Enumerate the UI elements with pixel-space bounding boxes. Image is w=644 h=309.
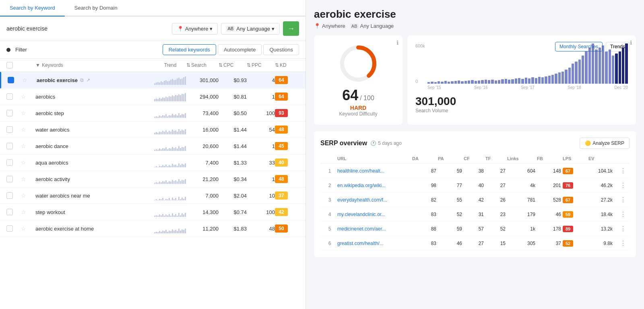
row-kd: 64 [275, 76, 299, 84]
col-keywords[interactable]: ▼ Keywords [35, 62, 154, 68]
row-keyword-name: aqua aerobics [35, 160, 154, 166]
table-row[interactable]: ☆ aqua aerobics 7,400 $1.33 33 40 [0, 154, 305, 171]
table-row[interactable]: ☆ aerobic exercise ⧉↗ 301,000 $0.93 4 64 [0, 72, 305, 89]
row-checkbox[interactable] [6, 110, 21, 116]
serp-row-links: 4k [507, 183, 535, 188]
row-star[interactable]: ☆ [21, 143, 35, 149]
chart-bar [595, 49, 597, 84]
table-row[interactable]: ☆ aerobic step 73,400 $0.50 100 93 [0, 105, 305, 122]
row-trend [154, 108, 186, 118]
serp-row[interactable]: 2 en.wikipedia.org/wiki... 98 77 40 27 4… [320, 178, 630, 193]
row-trend [154, 141, 186, 151]
serp-section: SERP overview 🕐 5 days ago 🟡 Analyze SER… [314, 131, 636, 257]
chart-bar [521, 79, 524, 84]
table-row[interactable]: ☆ water aerobics near me 7,000 $2.04 10 … [0, 187, 305, 204]
row-checkbox[interactable] [6, 126, 21, 133]
serp-row-menu[interactable]: ⋮ [614, 210, 626, 218]
col-kd[interactable]: ⇅ KD [275, 62, 299, 68]
table-row[interactable]: ☆ step workout 14,300 $0.74 100 42 [0, 204, 305, 220]
chart-bar [535, 78, 537, 84]
right-panel: aerobic exercise 📍 Anywhere AB Any Langu… [306, 0, 644, 309]
serp-row-cf: 31 [464, 212, 484, 217]
row-checkbox[interactable] [6, 209, 21, 215]
serp-row-lps: 76 [563, 182, 587, 189]
row-star[interactable]: ☆ [21, 209, 35, 215]
chart-bar [585, 52, 587, 84]
serp-row-url[interactable]: greatist.com/health/... [337, 241, 411, 246]
row-star[interactable]: ☆ [21, 126, 35, 133]
lang-icon-detail: AB [350, 23, 359, 29]
col-cpc[interactable]: ⇅ CPC [219, 62, 247, 68]
tab-related-keywords[interactable]: Related keywords [163, 44, 216, 55]
row-checkbox[interactable] [6, 225, 21, 232]
row-checkbox[interactable] [6, 143, 21, 149]
filter-button[interactable]: Filter [15, 47, 27, 53]
kd-card: ℹ 64 / 100 HARD Keyword Difficulty [314, 35, 402, 125]
row-keyword-name: aerobic exercise ⧉↗ [37, 77, 154, 83]
chart-bar [434, 82, 437, 84]
row-trend [154, 191, 186, 200]
kd-subtext: Keyword Difficulty [339, 111, 377, 117]
serp-row-menu[interactable]: ⋮ [614, 181, 626, 189]
chart-bar [427, 82, 430, 84]
serp-row-menu[interactable]: ⋮ [614, 225, 626, 233]
info-icon-kd[interactable]: ℹ [396, 39, 398, 46]
serp-row[interactable]: 6 greatist.com/health/... 83 46 27 15 30… [320, 236, 630, 251]
chevron-down-icon: ▾ [210, 26, 213, 32]
row-kd: 48 [275, 175, 299, 183]
row-search-vol: 11,200 [186, 226, 219, 232]
chart-bar [454, 81, 457, 84]
serp-row-url[interactable]: healthline.com/healt... [337, 168, 411, 174]
chart-bar [615, 54, 617, 84]
language-select[interactable]: AB Any Language ▾ [221, 23, 280, 35]
serp-row[interactable]: 4 my.clevelandclinic.or... 83 52 31 23 1… [320, 207, 630, 222]
tab-autocomplete[interactable]: Autocomplete [218, 44, 262, 55]
row-star[interactable]: ☆ [22, 77, 37, 83]
serp-row-menu[interactable]: ⋮ [614, 196, 626, 204]
serp-row-menu[interactable]: ⋮ [614, 239, 626, 247]
checkbox-all[interactable] [6, 62, 21, 68]
row-star[interactable]: ☆ [21, 110, 35, 116]
info-icon-volume[interactable]: ℹ [630, 39, 632, 46]
search-button[interactable]: → [283, 21, 299, 36]
row-checkbox[interactable] [6, 93, 21, 100]
tab-search-domain[interactable]: Search by Domain [65, 0, 127, 16]
row-checkbox[interactable] [8, 77, 22, 83]
row-keyword-name: aerobic exercise at home [35, 226, 154, 232]
serp-row[interactable]: 3 everydayhealth.com/f... 82 55 42 26 78… [320, 193, 630, 207]
tab-search-keyword[interactable]: Search by Keyword [0, 0, 65, 16]
row-star[interactable]: ☆ [21, 93, 35, 100]
table-row[interactable]: ☆ aerobic exercise at home 11,200 $1.83 … [0, 220, 305, 237]
row-star[interactable]: ☆ [21, 225, 35, 232]
row-star[interactable]: ☆ [21, 176, 35, 182]
serp-row[interactable]: 5 medicinenet.com/aer... 88 59 57 52 1k … [320, 222, 630, 236]
table-row[interactable]: ☆ aerobics 294,000 $0.81 1 64 [0, 89, 305, 105]
search-input[interactable] [6, 25, 169, 32]
table-row[interactable]: ☆ water aerobics 16,000 $1.44 54 48 [0, 122, 305, 138]
row-star[interactable]: ☆ [21, 192, 35, 199]
serp-row-url[interactable]: en.wikipedia.org/wiki... [337, 183, 411, 188]
chart-bar [541, 77, 544, 84]
row-kd: 50 [275, 225, 299, 233]
link-icon[interactable]: ↗ [86, 77, 90, 83]
serp-row-url[interactable]: medicinenet.com/aer... [337, 226, 411, 232]
serp-row-cf: 38 [464, 168, 484, 174]
table-row[interactable]: ☆ aerobic dance 20,600 $1.44 1 45 [0, 138, 305, 154]
copy-icon[interactable]: ⧉ [80, 77, 84, 83]
col-ppc[interactable]: ⇅ PPC [247, 62, 275, 68]
serp-row-menu[interactable]: ⋮ [614, 167, 626, 175]
analyze-serp-button[interactable]: 🟡 Analyze SERP [580, 138, 630, 149]
serp-row-url[interactable]: everydayhealth.com/f... [337, 197, 411, 203]
col-search[interactable]: ⇅ Search [186, 62, 219, 68]
row-checkbox[interactable] [6, 159, 21, 166]
serp-row[interactable]: 1 healthline.com/healt... 87 59 38 27 60… [320, 164, 630, 178]
serp-row-url[interactable]: my.clevelandclinic.or... [337, 212, 411, 217]
kd-gauge [338, 43, 378, 84]
chart-bar [551, 75, 554, 84]
row-checkbox[interactable] [6, 176, 21, 182]
row-star[interactable]: ☆ [21, 159, 35, 166]
tab-questions[interactable]: Questions [263, 44, 299, 55]
location-select[interactable]: 📍 Anywhere ▾ [172, 23, 218, 35]
row-checkbox[interactable] [6, 192, 21, 199]
table-row[interactable]: ☆ aerobic activity 21,200 $0.34 1 48 [0, 171, 305, 187]
